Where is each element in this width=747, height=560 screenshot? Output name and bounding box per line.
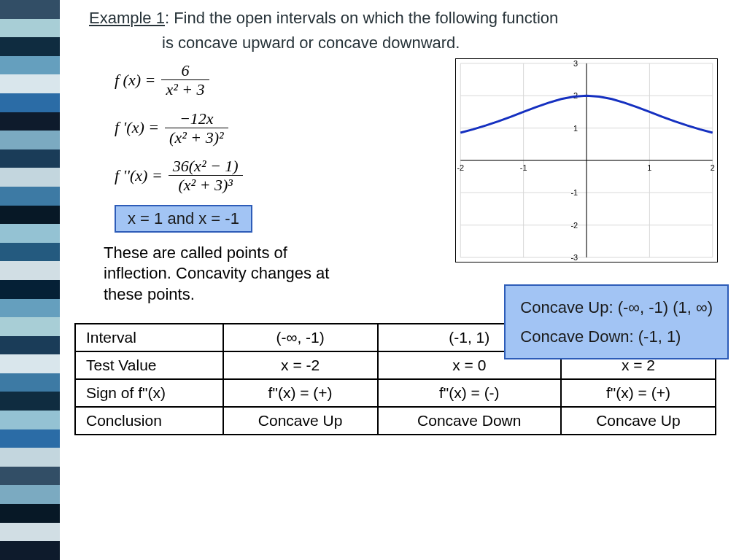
cell: Test Value (75, 351, 223, 379)
sidebar-decor (0, 0, 60, 560)
fppx-num: 36(x² − 1) (169, 157, 243, 175)
title-text: : Find the open intervals on which the f… (165, 9, 558, 27)
svg-text:-2: -2 (457, 163, 464, 172)
subtitle-text: is concave upward or concave downward. (162, 34, 738, 52)
cell: (-∞, -1) (223, 324, 378, 351)
table-row: Sign of f"(x) f"(x) = (+) f"(x) = (-) f"… (75, 379, 716, 407)
inflection-text: These are called points of inflection. C… (104, 243, 352, 306)
fx-den: x² + 3 (161, 80, 209, 98)
cell: f"(x) = (+) (561, 379, 716, 407)
fpx-num: −12x (175, 109, 218, 128)
concave-up-label: Concave Up: (520, 298, 613, 316)
example-label: Example 1 (89, 9, 165, 27)
fppx-den: (x² + 3)³ (174, 176, 236, 194)
cell: Concave Up (561, 407, 716, 435)
svg-text:3: 3 (573, 59, 578, 68)
answer-box: Concave Up: (-∞, -1) (1, ∞) Concave Down… (504, 284, 729, 359)
cell: Conclusion (75, 407, 223, 435)
cell: Concave Down (378, 407, 561, 435)
concave-down-label: Concave Down: (520, 327, 633, 346)
fpx-den: (x² + 3)² (165, 128, 228, 147)
concave-up-vals: (-∞, -1) (1, ∞) (618, 298, 713, 316)
chart: -2-112-3-2-1123 (455, 58, 718, 262)
fx-lhs: f (x) = (115, 71, 155, 90)
cell: Interval (75, 324, 223, 351)
fppx-lhs: f ''(x) = (115, 166, 163, 185)
svg-text:-2: -2 (570, 221, 578, 230)
cell: Sign of f"(x) (75, 379, 223, 407)
cell: f"(x) = (-) (378, 379, 561, 407)
svg-text:2: 2 (711, 163, 715, 172)
critical-x-box: x = 1 and x = -1 (115, 205, 252, 233)
svg-text:-1: -1 (520, 163, 527, 172)
svg-text:1: 1 (573, 124, 578, 133)
cell: x = -2 (223, 351, 378, 379)
fx-num: 6 (177, 61, 193, 79)
fpx-lhs: f '(x) = (115, 118, 159, 137)
example-title: Example 1: Find the open intervals on wh… (89, 9, 738, 28)
cell: Concave Up (223, 407, 378, 435)
concave-down-vals: (-1, 1) (638, 327, 681, 346)
cell: f"(x) = (+) (223, 379, 378, 407)
table-row: Conclusion Concave Up Concave Down Conca… (75, 407, 716, 435)
svg-text:-3: -3 (570, 253, 578, 262)
svg-text:-1: -1 (570, 188, 578, 197)
svg-text:1: 1 (647, 163, 651, 172)
